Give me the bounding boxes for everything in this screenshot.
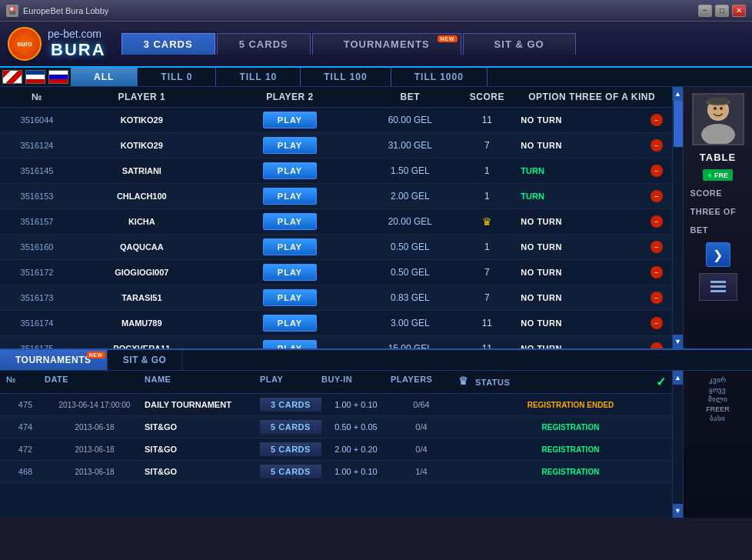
remove-button[interactable]: − bbox=[651, 215, 663, 228]
next-arrow-button[interactable]: ❯ bbox=[706, 242, 730, 267]
remove-button[interactable]: − bbox=[651, 190, 663, 202]
bcell-name: SIT&GO bbox=[145, 422, 260, 432]
bcell-status: REGISTRATION bbox=[475, 468, 666, 476]
cell-score: 7 bbox=[456, 267, 517, 278]
logo-text-area: pe-bet.com BURA bbox=[48, 28, 106, 61]
bottom-scroll-up[interactable]: ▲ bbox=[673, 371, 683, 385]
bottom-table-row: 475 2013-06-14 17:00:00 DAILY TOURNAMENT… bbox=[0, 394, 672, 416]
play-button[interactable]: PLAY bbox=[263, 315, 317, 332]
cell-player1: KOTIKO29 bbox=[68, 141, 216, 150]
game-table-area: № PLAYER 1 PLAYER 2 BET SCORE OPTION THR… bbox=[0, 87, 672, 348]
bcell-id: 475 bbox=[6, 400, 45, 409]
bcol-date: DATE bbox=[45, 375, 145, 389]
language-selector bbox=[0, 68, 71, 86]
cell-option: NO TURN − bbox=[517, 266, 666, 278]
scroll-up-btn[interactable]: ▲ bbox=[673, 87, 683, 101]
cell-play-btn[interactable]: PLAY bbox=[216, 137, 364, 154]
cell-play-btn[interactable]: PLAY bbox=[216, 289, 364, 306]
remove-button[interactable]: − bbox=[651, 114, 663, 126]
bcell-id: 474 bbox=[6, 422, 45, 432]
table-row: 3516174 MAMU789 PLAY 3.00 GEL 11 NO TURN… bbox=[0, 311, 672, 336]
tab-3cards[interactable]: 3 CARDS bbox=[121, 33, 215, 55]
remove-button[interactable]: − bbox=[651, 342, 663, 348]
cell-play-btn[interactable]: PLAY bbox=[216, 340, 364, 348]
cell-play-btn[interactable]: PLAY bbox=[216, 213, 364, 230]
cell-play-btn[interactable]: PLAY bbox=[216, 264, 364, 281]
scroll-down-btn[interactable]: ▼ bbox=[673, 335, 683, 348]
remove-button[interactable]: − bbox=[651, 139, 663, 152]
table-row: 3516172 GIOGIOGI007 PLAY 0.50 GEL 7 NO T… bbox=[0, 260, 672, 285]
window-controls: − □ ✕ bbox=[698, 5, 746, 17]
app-icon: 🎴 bbox=[6, 5, 18, 17]
bottom-tab-sitgo[interactable]: SIT & GO bbox=[108, 350, 183, 370]
subtab-till10[interactable]: TILL 10 bbox=[216, 68, 301, 86]
remove-button[interactable]: − bbox=[651, 241, 663, 253]
bcol-filter[interactable]: ♛ bbox=[452, 375, 475, 389]
cell-bet: 20.00 GEL bbox=[364, 216, 456, 227]
subtab-till100[interactable]: TILL 100 bbox=[301, 68, 391, 86]
cell-play-btn[interactable]: PLAY bbox=[216, 162, 364, 179]
cell-player1: KOTIKO29 bbox=[68, 115, 216, 125]
cell-play-btn[interactable]: PLAY bbox=[216, 238, 364, 255]
cell-score: 7 bbox=[456, 140, 517, 151]
flag-en[interactable] bbox=[25, 70, 45, 84]
cell-play-btn[interactable]: PLAY bbox=[216, 315, 364, 332]
cell-play-btn[interactable]: PLAY bbox=[216, 188, 364, 205]
bottom-section: TOURNAMENTS NEW SIT & GO № DATE NAME PLA… bbox=[0, 348, 752, 518]
play-button[interactable]: PLAY bbox=[263, 112, 317, 128]
cell-option: NO TURN − bbox=[517, 139, 666, 152]
tab-tournaments[interactable]: TOURNAMENTS NEW bbox=[312, 33, 461, 55]
bottom-tab-tournaments[interactable]: TOURNAMENTS NEW bbox=[0, 350, 108, 370]
tab-sitgo[interactable]: SIT & GO bbox=[463, 33, 576, 55]
subtab-till0[interactable]: TILL 0 bbox=[138, 68, 216, 86]
remove-button[interactable]: − bbox=[651, 266, 663, 278]
remove-button[interactable]: − bbox=[651, 317, 663, 329]
scroll-track bbox=[673, 101, 683, 335]
tab-5cards[interactable]: 5 CARDS bbox=[217, 33, 311, 55]
cell-bet: 0.83 GEL bbox=[364, 292, 456, 303]
bottom-scrollbar[interactable]: ▲ ▼ bbox=[672, 371, 683, 518]
cell-play-btn[interactable]: PLAY bbox=[216, 112, 364, 128]
play-button[interactable]: PLAY bbox=[263, 264, 317, 281]
main-scrollbar[interactable]: ▲ ▼ bbox=[672, 87, 683, 348]
cell-player1: MAMU789 bbox=[68, 318, 216, 328]
bcell-players: 0/64 bbox=[391, 400, 452, 409]
list-view-button[interactable] bbox=[699, 273, 737, 301]
check-icon[interactable]: ✓ bbox=[656, 375, 667, 389]
col-option: OPTION THREE OF A KIND bbox=[517, 92, 666, 102]
play-button[interactable]: PLAY bbox=[263, 340, 317, 348]
bottom-scroll-down[interactable]: ▼ bbox=[673, 504, 683, 518]
cell-bet: 0.50 GEL bbox=[364, 242, 456, 252]
bottom-table-row: 474 2013-06-18 SIT&GO 5 CARDS 0.50 + 0.0… bbox=[0, 416, 672, 438]
svg-rect-9 bbox=[710, 290, 726, 292]
play-button[interactable]: PLAY bbox=[263, 289, 317, 306]
flag-ru[interactable] bbox=[48, 70, 68, 84]
cell-id: 3516172 bbox=[6, 268, 68, 277]
bottom-tabs: TOURNAMENTS NEW SIT & GO bbox=[0, 350, 752, 371]
play-button[interactable]: PLAY bbox=[263, 238, 317, 255]
play-button[interactable]: PLAY bbox=[263, 162, 317, 179]
right-panel: TABLE ● FRE SCORE THREE OF BET ❯ bbox=[683, 87, 752, 348]
svg-point-3 bbox=[714, 107, 717, 110]
cell-id: 3516173 bbox=[6, 293, 68, 302]
remove-button[interactable]: − bbox=[651, 165, 663, 177]
table-row: 3516157 KICHA PLAY 20.00 GEL ♛ NO TURN − bbox=[0, 209, 672, 235]
play-button[interactable]: PLAY bbox=[263, 188, 317, 205]
col-bet: BET bbox=[364, 92, 456, 102]
maximize-button[interactable]: □ bbox=[715, 5, 729, 17]
remove-button[interactable]: − bbox=[651, 292, 663, 304]
play-button[interactable]: PLAY bbox=[263, 213, 317, 230]
option-text: NO TURN bbox=[521, 115, 562, 125]
col-player2: PLAYER 2 bbox=[216, 92, 364, 102]
cell-bet: 2.00 GEL bbox=[364, 191, 456, 202]
subtab-all[interactable]: ALL bbox=[71, 68, 138, 86]
close-button[interactable]: ✕ bbox=[732, 5, 746, 17]
bcell-name: SIT&GO bbox=[145, 467, 260, 476]
cell-score: 1 bbox=[456, 165, 517, 176]
subtab-till1000[interactable]: TILL 1000 bbox=[391, 68, 487, 86]
minimize-button[interactable]: − bbox=[698, 5, 712, 17]
bcell-play: 5 CARDS bbox=[260, 465, 321, 478]
cell-score: 11 bbox=[456, 318, 517, 328]
flag-ge[interactable] bbox=[2, 70, 22, 84]
play-button[interactable]: PLAY bbox=[263, 137, 317, 154]
